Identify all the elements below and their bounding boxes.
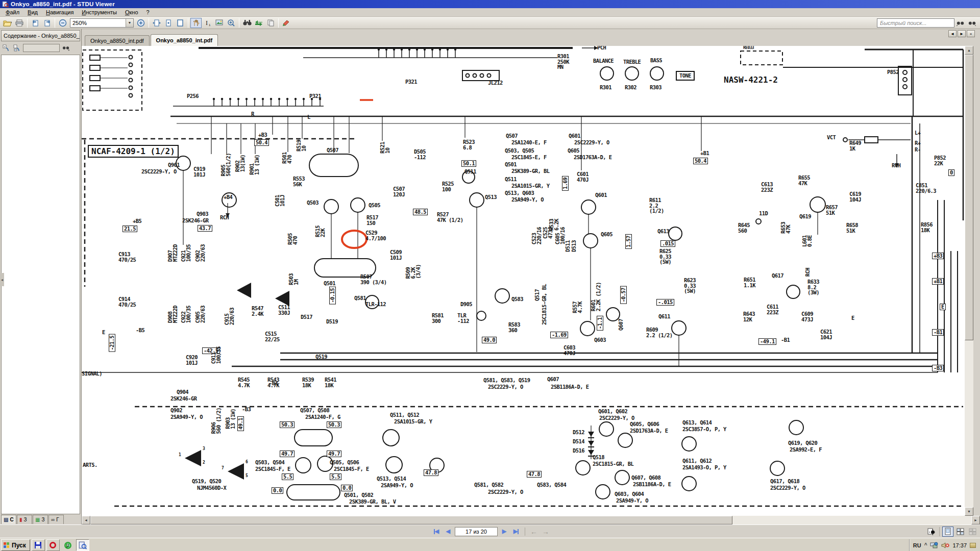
contents-tree-panel[interactable] [1,55,80,514]
rotate-left-button[interactable] [30,18,41,28]
schematic-label: Q617, Q618 [770,479,799,484]
network-tray-icon[interactable] [930,542,938,549]
fit-page-button[interactable] [175,18,186,28]
menu-bar: ФайлВидНавигацияИнструментыОкно? [0,8,980,17]
clock[interactable]: 17:37 [952,542,967,548]
schematic-label: Q611, Q612 [682,458,712,464]
image-select-button[interactable] [214,18,225,28]
horizontal-scrollbar[interactable]: ◄ ► [82,516,980,524]
copy-page-button[interactable] [265,18,276,28]
previous-page-button[interactable]: ◀ [443,527,453,536]
scroll-left-button[interactable]: ◄ [82,516,90,524]
schematic-label: 2SC2229-Y, O [599,415,634,421]
schematic-label: R521 10 [380,142,390,154]
find-next-button[interactable] [967,18,978,28]
invert-colors-button[interactable] [925,527,937,537]
schematic-label: Q511 [464,169,476,174]
menu-вид[interactable]: Вид [24,9,41,16]
sidebar-toolbar: + - [0,41,81,55]
quick-search-input[interactable] [877,18,954,28]
schematic-label: C905 220/63 [195,306,205,323]
schematic-label: RCH [805,268,810,277]
schematic-label: C511 330J [278,305,290,315]
zoom-select-button[interactable] [226,18,237,28]
show-desktop-icon[interactable] [970,543,976,548]
tray-expand-button[interactable]: ^ [924,542,927,548]
tab-scroll-right-button[interactable]: ► [958,30,966,37]
search-button[interactable] [241,18,253,28]
vertical-scroll-thumb[interactable] [965,55,973,340]
collapse-all-button[interactable]: - [12,43,21,53]
zoom-level-combo[interactable]: 250% ▼ [70,18,134,28]
goto-page-button[interactable] [253,18,264,28]
schematic-label: 2SC1815-GR, BL [542,284,547,325]
document-canvas[interactable]: PCHR301 250K MNBALANCETREBLEBASSR301R302… [82,46,965,516]
schematic-label: C523 220/16 [531,227,542,244]
vertical-scroll-track[interactable] [965,340,973,507]
highlight-button[interactable] [281,18,292,28]
sidebar-collapse-handle[interactable]: ◄ [0,273,4,286]
vertical-scrollbar[interactable]: ▲ ▼ [965,46,973,516]
single-page-layout-button[interactable] [942,527,953,537]
history-back-button[interactable]: ← [529,527,539,536]
menu-?[interactable]: ? [143,9,153,16]
sidebar-tab-1[interactable]: ▤С [1,515,16,524]
fit-width-button[interactable] [151,18,162,28]
menu-навигация[interactable]: Навигация [42,9,77,16]
first-page-button[interactable]: ◀ [431,527,442,536]
tab-scroll-left-button[interactable]: ◄ [948,30,957,37]
last-page-button[interactable]: ▶ [511,527,521,536]
rotate-right-button[interactable] [41,18,53,28]
volume-muted-tray-icon[interactable] [941,542,949,549]
page-indicator[interactable]: 17 из 20 [455,527,498,536]
value-flag: +B1 [932,278,944,285]
schematic-label: Q904 [177,389,188,395]
scroll-down-button[interactable]: ▼ [965,507,973,516]
hand-tool-button[interactable] [190,18,202,28]
scroll-up-button[interactable]: ▲ [965,46,973,55]
sidebar-tab-2[interactable]: ▮З [17,515,32,524]
schematic-label: R557 4.7K [572,302,582,313]
zoom-dropdown-arrow[interactable]: ▼ [126,19,133,27]
horizontal-scroll-track[interactable] [732,516,971,524]
continuous-layout-button[interactable] [967,527,978,537]
two-page-layout-button[interactable] [954,527,966,537]
value-flag: 0 [948,169,954,176]
sidebar-header[interactable]: Содержание - Onkyo_a8850_ [1,30,80,41]
taskbar-stdu-button[interactable] [76,539,89,551]
schematic-label: 2SK246-GR [182,218,209,223]
scroll-right-button[interactable]: ► [971,516,980,524]
document-tab-1[interactable]: Onkyo_a8850_int.pdf [85,35,150,46]
schematic-label: 2SK389-GR, BL, V [349,499,396,505]
sidebar-search-button[interactable] [61,43,70,53]
tab-close-button[interactable]: × [967,30,975,37]
menu-инструменты[interactable]: Инструменты [78,9,120,16]
title-bar[interactable]: Onkyo_a8850_int.pdf - STDU Viewer [0,0,980,8]
find-prev-button[interactable] [955,18,966,28]
menu-файл[interactable]: Файл [2,9,23,16]
quicklaunch-opera-button[interactable] [46,539,60,551]
document-tab-2[interactable]: Onkyo_a8850_int.pdf [151,34,218,46]
next-page-button[interactable]: ▶ [499,527,509,536]
sidebar-tab-4[interactable]: ∞Г [48,515,64,524]
expand-all-button[interactable]: + [2,43,11,53]
print-button[interactable] [14,18,25,28]
menu-окно[interactable]: Окно [121,9,142,16]
start-button[interactable]: Пуск [1,539,30,551]
schematic-label: C621 104J [820,329,832,340]
sidebar-tab-3[interactable]: ▦З [33,515,48,524]
language-indicator[interactable]: RU [913,542,921,548]
fit-page-icon [177,19,183,27]
sidebar-filter-input[interactable] [23,44,60,52]
quicklaunch-save-button[interactable] [32,539,45,551]
horizontal-scroll-thumb[interactable] [90,516,732,524]
history-forward-button[interactable]: → [541,527,551,536]
schematic-label: E [102,330,105,335]
quicklaunch-utorrent-button[interactable]: µ [61,539,75,551]
fit-visible-button[interactable] [163,18,174,28]
sidebar-tab-label: З [41,517,44,522]
open-button[interactable] [2,18,13,28]
zoom-in-button[interactable] [135,18,146,28]
text-select-button[interactable]: I1 [202,18,213,28]
zoom-out-button[interactable] [57,18,68,28]
